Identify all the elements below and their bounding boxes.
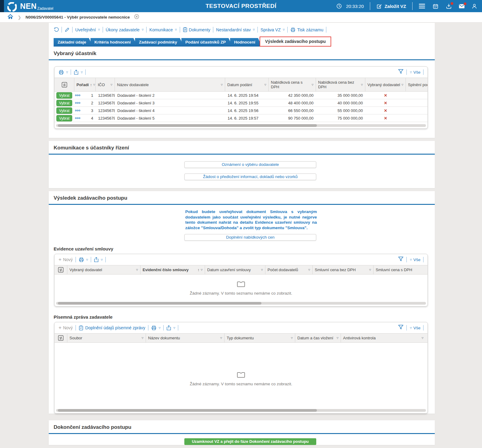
- column-header-datum-vlozeni[interactable]: Datum a čas vložení▽: [295, 334, 341, 342]
- column-header-ico[interactable]: IČO▽: [96, 78, 115, 91]
- dropdown-icon[interactable]: ▽: [86, 258, 88, 261]
- view-all-control[interactable]: ▽Vše: [409, 257, 420, 262]
- print-icon[interactable]: ▽: [79, 257, 88, 262]
- column-filter-icon[interactable]: ▽: [221, 82, 223, 87]
- select-supplier-button[interactable]: Vybrat: [56, 100, 72, 106]
- menu-dokumenty[interactable]: Dokumenty: [183, 27, 211, 32]
- create-vz-icon[interactable]: [376, 3, 382, 9]
- scrollbar-thumb[interactable]: [58, 124, 317, 127]
- menu-uverejneni[interactable]: Uveřejnění▽: [75, 27, 100, 32]
- column-filter-icon[interactable]: ▽: [308, 268, 310, 272]
- close-record-icon[interactable]: [134, 14, 139, 20]
- menu-sprava-vz[interactable]: Správa VZ▽: [260, 27, 285, 32]
- column-filter-icon[interactable]: ▽: [337, 336, 338, 340]
- column-settings-icon[interactable]: [55, 78, 74, 91]
- downloads-icon[interactable]: [446, 3, 452, 9]
- dropdown-icon[interactable]: ▽: [81, 71, 83, 74]
- scrollbar-thumb[interactable]: [58, 302, 261, 305]
- horizontal-scrollbar[interactable]: [56, 302, 426, 305]
- column-filter-icon[interactable]: ▽: [422, 336, 424, 340]
- calendar-icon[interactable]: [433, 3, 438, 9]
- column-header-nazev[interactable]: Název dodavatele▽: [115, 78, 225, 91]
- select-supplier-button[interactable]: Vybrat: [56, 115, 72, 121]
- view-all-control[interactable]: ▽Vše: [409, 70, 420, 75]
- tab-hodnoceni[interactable]: Hodnocení: [230, 38, 262, 47]
- column-header-cena-bez-dph[interactable]: Smluvní cena bez DPH▽: [313, 265, 374, 274]
- dropdown-icon[interactable]: ▽: [173, 327, 175, 329]
- zadost-predlozeni-button[interactable]: Žádost o předložení informací, dokladů n…: [184, 173, 316, 180]
- print-icon[interactable]: ▽: [151, 325, 161, 331]
- tab-kriteria-hodnoceni[interactable]: Kritéria hodnocení: [90, 38, 137, 47]
- print-icon[interactable]: ▽: [58, 70, 68, 75]
- column-header-datum[interactable]: Datum podání▽: [225, 78, 269, 91]
- view-all-control[interactable]: ▽Vše: [409, 326, 420, 330]
- column-settings-icon[interactable]: [55, 334, 67, 342]
- column-header-vybrany-dodavatel[interactable]: Vybraný dodavatel▽: [67, 265, 140, 274]
- select-supplier-button[interactable]: Vybrat: [56, 107, 72, 114]
- column-filter-icon[interactable]: ▽: [142, 336, 144, 340]
- column-filter-icon[interactable]: ▽: [361, 82, 363, 87]
- doplneni-cen-button[interactable]: Doplnění nabídkových cen: [184, 234, 316, 241]
- column-filter-icon[interactable]: ▽: [264, 82, 266, 87]
- tab-vysledek-selected[interactable]: Výsledek zadávacího postupu: [260, 37, 331, 47]
- column-header-vybrany-dodavatel[interactable]: Vybraný dodavatel▽: [365, 78, 406, 91]
- row-menu-icon[interactable]: [75, 102, 80, 104]
- filter-icon[interactable]: [398, 69, 404, 75]
- column-filter-icon[interactable]: ▽: [136, 268, 138, 272]
- lock-vz-button[interactable]: Uzamknout VZ a přejít do fáze Dokončení …: [184, 438, 316, 445]
- column-filter-icon[interactable]: ▽: [111, 82, 112, 87]
- tab-zadavaci-podminky[interactable]: Zadávací podmínky: [135, 38, 184, 47]
- column-header-cena-s-dph[interactable]: Smluvní cena s DPH: [374, 265, 428, 274]
- row-menu-icon[interactable]: [75, 110, 80, 111]
- column-filter-icon[interactable]: ▽: [201, 268, 203, 272]
- dropdown-icon[interactable]: ▽: [66, 71, 68, 74]
- select-supplier-button[interactable]: Vybrat: [56, 92, 72, 99]
- column-header-splneni-podminek[interactable]: Splnění podmínek: [406, 78, 428, 91]
- column-filter-icon[interactable]: ▽: [291, 336, 293, 340]
- column-filter-icon[interactable]: ▽: [220, 336, 222, 340]
- tab-podani-ucastniku[interactable]: Podání účastníků ZP: [181, 38, 232, 47]
- column-header-nazev-dokumentu[interactable]: Název dokumentu▽: [146, 334, 225, 342]
- column-header-evidencni-cislo[interactable]: Evidenční číslo smlouvy↑▽: [140, 265, 205, 274]
- breadcrumb-record[interactable]: N006/25/V00005641 - Výběr provozovatele …: [26, 15, 130, 19]
- nen-logo[interactable]: NEN Zadavatel: [7, 1, 53, 12]
- column-header-pocet-dodavatelu[interactable]: Počet dodavatelů▽: [265, 265, 313, 274]
- menu-ukony-zadavatele[interactable]: Úkony zadavatele▽: [106, 27, 144, 32]
- edit-icon[interactable]: [65, 27, 69, 32]
- column-header-soubor[interactable]: Soubor▽: [67, 334, 146, 342]
- create-vz-button[interactable]: Založit VZ: [385, 4, 406, 9]
- dropdown-icon[interactable]: ▽: [101, 258, 103, 261]
- column-filter-icon[interactable]: ▽: [402, 82, 403, 87]
- column-filter-icon[interactable]: ▽: [261, 268, 263, 272]
- menu-icon[interactable]: [419, 4, 425, 9]
- doplneni-udaju-button[interactable]: Doplnění údajů písemné zprávy: [79, 325, 145, 331]
- column-settings-icon[interactable]: [55, 265, 67, 274]
- row-menu-icon[interactable]: [75, 117, 80, 119]
- column-filter-icon[interactable]: ▽: [369, 268, 371, 272]
- row-menu-icon[interactable]: [75, 94, 80, 96]
- menu-nestandardni-stav[interactable]: Nestandardní stav▽: [216, 27, 255, 32]
- scrollbar-thumb[interactable]: [58, 409, 317, 412]
- menu-tisk-zaznamu[interactable]: Tisk záznamu: [290, 27, 323, 32]
- menu-komunikace[interactable]: Komunikace▽: [149, 27, 177, 32]
- column-header-antivirova-kontrola[interactable]: Antivirová kontrola▽: [341, 334, 426, 342]
- horizontal-scrollbar[interactable]: [56, 124, 426, 127]
- column-header-cena-bez-dph[interactable]: Nabídková cena bez DPH▽: [316, 78, 365, 91]
- column-header-typ-dokumentu[interactable]: Typ dokumentu▽: [225, 334, 295, 342]
- filter-icon[interactable]: [398, 256, 404, 263]
- column-filter-icon[interactable]: ▽: [312, 82, 314, 87]
- dropdown-icon[interactable]: ▽: [159, 327, 161, 329]
- horizontal-scrollbar[interactable]: [56, 409, 426, 412]
- export-icon[interactable]: ▽: [166, 325, 175, 331]
- oznameni-vyberu-button[interactable]: Oznámení o výběru dodavatele: [184, 161, 316, 168]
- column-header-poradi[interactable]: Pořadí↑▽: [74, 78, 96, 91]
- user-profile-icon[interactable]: [472, 3, 477, 9]
- messages-icon[interactable]: [459, 4, 465, 9]
- new-record-button[interactable]: +Nový: [58, 257, 73, 262]
- home-icon[interactable]: [7, 14, 13, 21]
- column-header-cena-s-dph[interactable]: Nabídková cena s DPH▽: [269, 78, 316, 91]
- undo-icon[interactable]: [54, 27, 59, 32]
- tab-zakladni-udaje[interactable]: Základní údaje: [54, 38, 93, 47]
- export-icon[interactable]: ▽: [94, 257, 103, 262]
- export-icon[interactable]: ▽: [74, 69, 83, 75]
